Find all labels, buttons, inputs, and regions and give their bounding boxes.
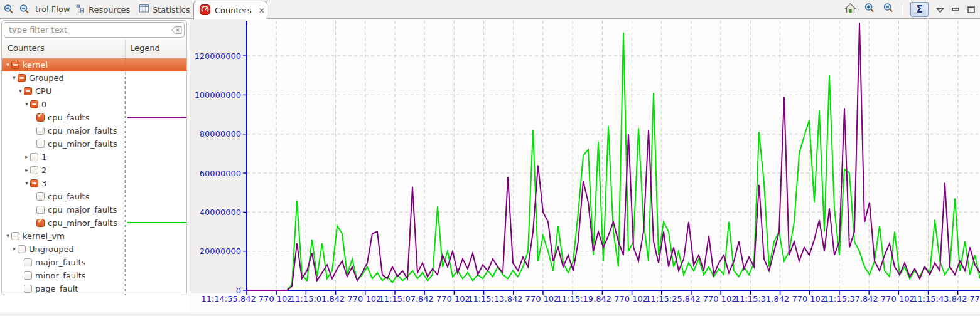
- maximize-icon[interactable]: [967, 4, 976, 16]
- tab-statistics[interactable]: Statistics: [139, 0, 190, 19]
- counters-tree-panel: Counters Legend ▾kernel▾Grouped▾CPU▾0✔cp…: [1, 20, 187, 295]
- counters-gauge-icon: [200, 4, 210, 17]
- sigma-icon: Σ: [916, 4, 922, 15]
- tab-resources[interactable]: Resources: [76, 0, 130, 19]
- checkbox-unchecked[interactable]: [30, 153, 38, 161]
- checkbox-unchecked[interactable]: [18, 245, 26, 253]
- column-header-counters[interactable]: Counters: [8, 43, 45, 53]
- counters-tree: ▾kernel▾Grouped▾CPU▾0✔cpu_faultscpu_majo…: [2, 58, 186, 295]
- tree-item-label: minor_faults: [35, 271, 86, 280]
- counters-chart-area: 11:14:55.842 770 10211:15:01.842 770 102…: [190, 19, 980, 312]
- tree-row[interactable]: ▾CPU: [2, 85, 186, 98]
- tree-row[interactable]: cpu_major_faults: [2, 124, 186, 137]
- checkbox-partial[interactable]: [11, 61, 19, 69]
- expander-expanded-icon[interactable]: ▾: [17, 85, 24, 98]
- tree-row[interactable]: ✔cpu_minor_faults: [2, 216, 186, 229]
- tree-row[interactable]: cpu_major_faults: [2, 203, 186, 216]
- tree-row[interactable]: ▸2: [2, 164, 186, 177]
- tree-row[interactable]: minor_faults: [2, 269, 186, 282]
- svg-text:11:15:43.842 770 102: 11:15:43.842 770 102: [912, 294, 980, 303]
- tree-item-label: kernel_vm: [23, 231, 65, 241]
- svg-text:20000000: 20000000: [200, 246, 241, 256]
- tab-label: Resources: [89, 5, 130, 14]
- close-icon[interactable]: ✕: [259, 6, 265, 15]
- zoom-out-icon[interactable]: [883, 3, 894, 16]
- checkbox-unchecked[interactable]: [36, 192, 45, 201]
- checkbox-partial[interactable]: [24, 87, 32, 95]
- tab-label: trol Flow: [35, 4, 70, 14]
- svg-text:11:15:01.842 770 102: 11:15:01.842 770 102: [290, 294, 381, 303]
- svg-text:11:15:13.842 770 102: 11:15:13.842 770 102: [468, 294, 559, 303]
- checkbox-partial[interactable]: [30, 100, 38, 108]
- tree-row[interactable]: ▾kernel_vm: [2, 229, 186, 243]
- tree-item-label: cpu_faults: [48, 192, 89, 201]
- tree-item-label: cpu_faults: [48, 113, 89, 122]
- checkbox-partial[interactable]: [18, 74, 26, 82]
- checkbox-unchecked[interactable]: [24, 258, 32, 266]
- home-icon[interactable]: [844, 3, 856, 16]
- minimize-icon[interactable]: [952, 4, 960, 16]
- tab-counters[interactable]: Counters ✕: [193, 1, 267, 19]
- statistics-table-icon: [139, 4, 149, 14]
- partial-check-bar: [32, 103, 36, 105]
- resources-tree-icon: [76, 4, 85, 15]
- filter-input[interactable]: [4, 25, 169, 34]
- expander-expanded-icon[interactable]: ▾: [4, 229, 11, 243]
- tree-item-label: 2: [41, 166, 46, 175]
- view-toolbar: Σ: [844, 0, 976, 19]
- tree-row[interactable]: ▾3: [2, 177, 186, 190]
- svg-text:11:15:25.842 770 102: 11:15:25.842 770 102: [645, 294, 736, 303]
- checkbox-checked[interactable]: ✔: [36, 219, 45, 227]
- tree-item-label: major_faults: [35, 258, 85, 267]
- expander-expanded-icon[interactable]: ▾: [4, 58, 11, 71]
- zoom-in-icon[interactable]: [864, 3, 875, 16]
- expander-expanded-icon[interactable]: ▾: [11, 243, 18, 256]
- checkbox-partial[interactable]: [30, 179, 38, 187]
- tree-row[interactable]: major_faults: [2, 256, 186, 269]
- svg-text:11:15:37.842 770 102: 11:15:37.842 770 102: [824, 294, 915, 303]
- zoom-out-icon[interactable]: [19, 4, 30, 15]
- tree-row[interactable]: ▾kernel: [2, 58, 186, 71]
- expander-collapsed-icon[interactable]: ▸: [23, 164, 30, 177]
- expander-expanded-icon[interactable]: ▾: [23, 98, 30, 111]
- partial-check-bar: [19, 77, 24, 79]
- svg-text:11:14:55.842 770 102: 11:14:55.842 770 102: [201, 294, 292, 303]
- checkbox-unchecked[interactable]: [24, 285, 32, 293]
- checkbox-unchecked[interactable]: [30, 166, 38, 174]
- svg-text:11:15:07.842 770 102: 11:15:07.842 770 102: [379, 294, 470, 303]
- tree-row[interactable]: ▸1: [2, 150, 186, 164]
- checkbox-unchecked[interactable]: [36, 206, 45, 214]
- expander-expanded-icon[interactable]: ▾: [23, 177, 30, 190]
- tab-label: Counters: [215, 6, 252, 15]
- tree-row[interactable]: cpu_minor_faults: [2, 137, 186, 150]
- sigma-toggle-button[interactable]: Σ: [910, 2, 929, 17]
- counters-chart[interactable]: 11:14:55.842 770 10211:15:01.842 770 102…: [190, 19, 980, 312]
- tab-label: Statistics: [153, 5, 190, 14]
- expander-expanded-icon[interactable]: ▾: [11, 71, 18, 85]
- svg-text:0: 0: [236, 286, 241, 295]
- view-menu-icon[interactable]: [936, 4, 944, 16]
- clear-filter-icon[interactable]: [169, 23, 184, 37]
- zoom-in-icon[interactable]: [3, 4, 14, 15]
- tree-row[interactable]: ▾Grouped: [2, 71, 186, 85]
- svg-text:11:15:31.842 770 102: 11:15:31.842 770 102: [735, 294, 826, 303]
- check-icon: ✔: [38, 217, 43, 224]
- checkbox-unchecked[interactable]: [36, 127, 45, 135]
- tree-row[interactable]: cpu_faults: [2, 190, 186, 203]
- column-header-legend[interactable]: Legend: [130, 43, 160, 53]
- expander-collapsed-icon[interactable]: ▸: [23, 150, 30, 164]
- tree-item-label: CPU: [35, 87, 51, 96]
- checkbox-checked[interactable]: ✔: [36, 113, 45, 122]
- window-bottom-edge: [0, 312, 980, 316]
- tree-row[interactable]: ▾0: [2, 98, 186, 111]
- tab-bar: trol Flow Resources Statistics Counters …: [0, 0, 980, 19]
- tree-row[interactable]: ▾Ungrouped: [2, 243, 186, 256]
- checkbox-unchecked[interactable]: [24, 271, 32, 280]
- partial-check-bar: [32, 182, 36, 184]
- svg-text:11:15:19.842 770 102: 11:15:19.842 770 102: [557, 294, 648, 303]
- checkbox-unchecked[interactable]: [36, 140, 45, 148]
- tree-row[interactable]: page_fault: [2, 282, 186, 295]
- tab-control-flow[interactable]: trol Flow: [35, 0, 70, 19]
- checkbox-unchecked[interactable]: [11, 232, 19, 240]
- tree-row[interactable]: ✔cpu_faults: [2, 111, 186, 124]
